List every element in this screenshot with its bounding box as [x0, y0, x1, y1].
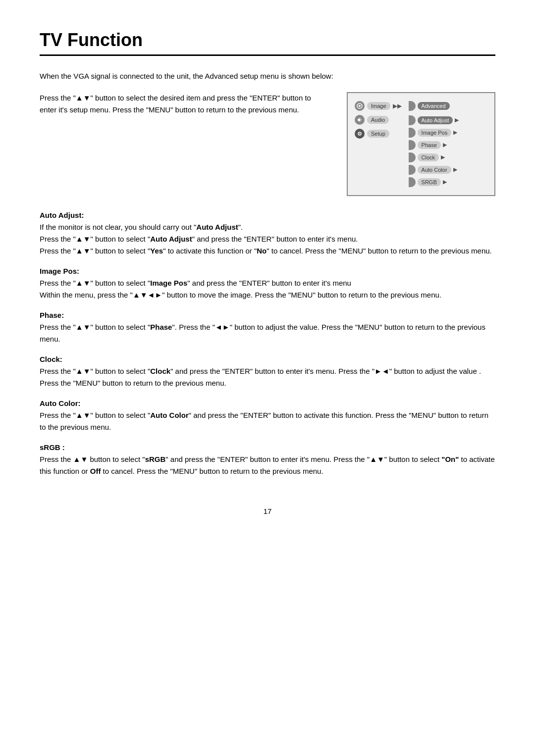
menu-advanced-header: Advanced — [409, 101, 487, 111]
srgb-label: SRGB — [418, 178, 441, 186]
clock-icon — [409, 152, 416, 162]
image-pos-label: Image Pos — [418, 129, 452, 137]
srgb-title: sRGB : — [40, 443, 495, 452]
phase-title: Phase: — [40, 311, 495, 319]
content-area: Press the "▲▼" button to select the desi… — [40, 92, 495, 196]
page-number: 17 — [40, 507, 495, 515]
image-label: Image — [367, 102, 390, 110]
clock-arrow: ▶ — [441, 154, 445, 160]
menu-auto-color: Auto Color ▶ — [409, 165, 487, 175]
image-arrow: ▶▶ — [393, 102, 402, 109]
menu-left-column: Image ▶▶ Audio Setup — [355, 101, 402, 187]
clock-body: Press the "▲▼" button to select "Clock" … — [40, 365, 495, 389]
image-pos-body: Press the "▲▼" button to select "Image P… — [40, 277, 495, 301]
srgb-icon — [409, 177, 416, 187]
section-image-pos: Image Pos: Press the "▲▼" button to sele… — [40, 267, 495, 301]
page-title: TV Function — [40, 30, 495, 56]
menu-phase: Phase ▶ — [409, 140, 487, 150]
menu-image-pos: Image Pos ▶ — [409, 128, 487, 138]
image-pos-title: Image Pos: — [40, 267, 495, 275]
section-auto-adjust: Auto Adjust: If the monitor is not clear… — [40, 211, 495, 257]
auto-color-title: Auto Color: — [40, 399, 495, 407]
image-pos-arrow: ▶ — [453, 129, 457, 136]
menu-auto-adjust: Auto Adjust ▶ — [409, 115, 487, 125]
section-clock: Clock: Press the "▲▼" button to select "… — [40, 355, 495, 389]
auto-color-arrow: ▶ — [453, 166, 457, 173]
phase-label: Phase — [418, 141, 441, 149]
section-phase: Phase: Press the "▲▼" button to select "… — [40, 311, 495, 345]
srgb-body: Press the ▲▼ button to select "sRGB" and… — [40, 454, 495, 477]
srgb-arrow: ▶ — [443, 179, 447, 185]
advanced-half-circle — [409, 101, 416, 111]
auto-adjust-body: If the monitor is not clear, you should … — [40, 221, 495, 257]
auto-color-body: Press the "▲▼" button to select "Auto Co… — [40, 409, 495, 433]
svg-point-1 — [359, 105, 361, 107]
image-pos-icon — [409, 128, 416, 138]
svg-point-3 — [359, 133, 360, 134]
auto-adjust-icon — [409, 115, 416, 125]
menu-item-audio: Audio — [355, 115, 402, 125]
setup-label: Setup — [367, 130, 389, 138]
auto-adjust-arrow: ▶ — [455, 117, 459, 123]
audio-label: Audio — [367, 116, 389, 124]
menu-clock: Clock ▶ — [409, 152, 487, 162]
menu-item-image: Image ▶▶ — [355, 101, 402, 111]
setup-icon — [355, 129, 365, 139]
auto-adjust-title: Auto Adjust: — [40, 211, 495, 219]
advanced-label: Advanced — [418, 102, 450, 110]
section-srgb: sRGB : Press the ▲▼ button to select "sR… — [40, 443, 495, 477]
phase-arrow: ▶ — [443, 142, 447, 148]
menu-item-setup: Setup — [355, 129, 402, 139]
clock-title: Clock: — [40, 355, 495, 363]
phase-icon — [409, 140, 416, 150]
clock-label: Clock — [418, 153, 439, 161]
phase-body: Press the "▲▼" button to select "Phase".… — [40, 321, 495, 345]
intro-text: When the VGA signal is connected to the … — [40, 71, 495, 82]
menu-srgb: SRGB ▶ — [409, 177, 487, 187]
auto-color-label: Auto Color — [418, 166, 451, 174]
left-instruction-text: Press the "▲▼" button to select the desi… — [40, 92, 327, 196]
auto-color-icon — [409, 165, 416, 175]
menu-diagram: Image ▶▶ Audio Setup Advanced — [347, 92, 495, 196]
image-icon — [355, 101, 365, 111]
section-auto-color: Auto Color: Press the "▲▼" button to sel… — [40, 399, 495, 433]
audio-icon — [355, 115, 365, 125]
auto-adjust-label: Auto Adjust — [418, 116, 453, 124]
menu-right-column: Advanced Auto Adjust ▶ Image Pos ▶ Phase… — [409, 101, 487, 187]
